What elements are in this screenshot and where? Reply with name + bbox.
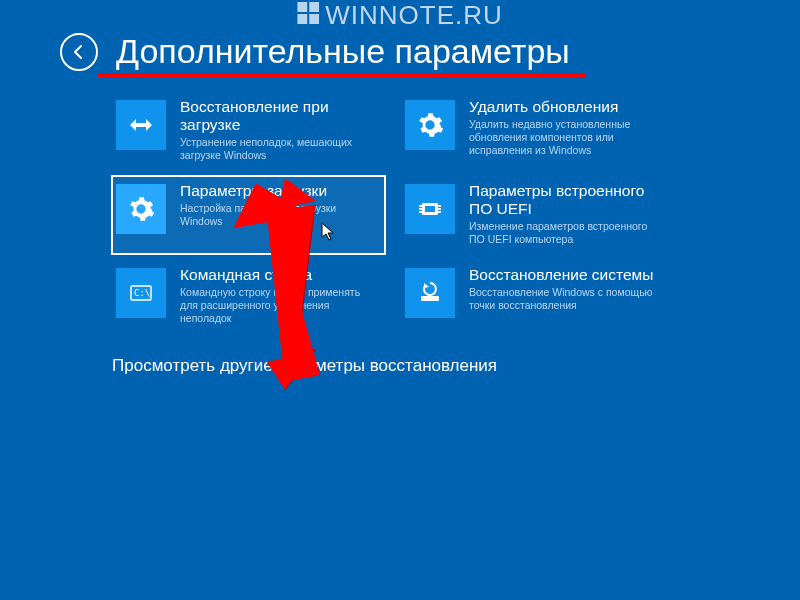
svg-rect-0 (297, 2, 307, 12)
startup-repair-icon (116, 100, 166, 150)
svg-rect-2 (297, 14, 307, 24)
svg-rect-5 (425, 206, 435, 212)
gear-icon (405, 100, 455, 150)
tile-title: Восстановление системы (469, 266, 664, 284)
tile-title: Удалить обновления (469, 98, 664, 116)
tile-command-prompt[interactable]: C:\ Командная строка Командную строку мо… (112, 260, 385, 338)
watermark-text: WINNOTE.RU (325, 0, 503, 31)
tile-title: Командная строка (180, 266, 375, 284)
svg-rect-3 (309, 14, 319, 24)
tile-desc: Устранение неполадок, мешающих загрузке … (180, 136, 375, 162)
arrow-left-icon (70, 43, 88, 61)
tile-title: Восстановление при загрузке (180, 98, 381, 134)
back-button[interactable] (60, 33, 98, 71)
tile-title: Параметры встроенного ПО UEFI (469, 182, 670, 218)
tile-title: Параметры загрузки (180, 182, 375, 200)
annotation-underline (98, 73, 586, 77)
tile-uninstall-updates[interactable]: Удалить обновления Удалить недавно устан… (401, 92, 674, 170)
page-title: Дополнительные параметры (116, 32, 570, 71)
tile-startup-settings[interactable]: Параметры загрузки Настройка параметров … (112, 176, 385, 254)
see-more-recovery-options[interactable]: Просмотреть другие параметры восстановле… (112, 356, 497, 376)
tile-desc: Восстановление Windows с помощью точки в… (469, 286, 664, 312)
terminal-icon: C:\ (116, 268, 166, 318)
tile-system-restore[interactable]: Восстановление системы Восстановление Wi… (401, 260, 674, 338)
svg-rect-1 (309, 2, 319, 12)
tile-uefi-settings[interactable]: Параметры встроенного ПО UEFI Изменение … (401, 176, 674, 254)
windows-logo-icon (297, 0, 319, 31)
tile-desc: Изменение параметров встроенного ПО UEFI… (469, 220, 664, 246)
tile-desc: Удалить недавно установленные обновления… (469, 118, 664, 157)
tile-startup-repair[interactable]: Восстановление при загрузке Устранение н… (112, 92, 385, 170)
watermark: WINNOTE.RU (297, 0, 503, 31)
gear-icon (116, 184, 166, 234)
chip-icon (405, 184, 455, 234)
tile-desc: Командную строку можно применять для рас… (180, 286, 375, 325)
restore-icon (405, 268, 455, 318)
tile-desc: Настройка параметров загрузки Windows (180, 202, 375, 228)
svg-rect-14 (421, 296, 439, 301)
svg-text:C:\: C:\ (134, 288, 150, 298)
